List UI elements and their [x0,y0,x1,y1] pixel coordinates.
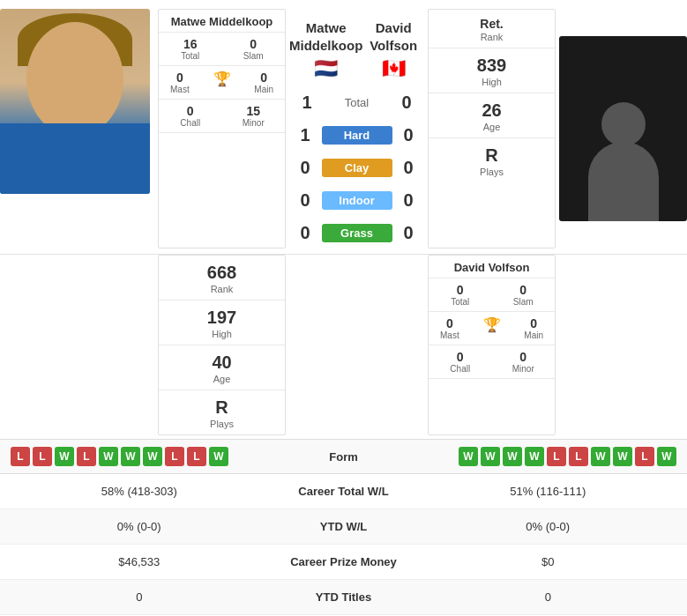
right-age-value: 26 [429,100,555,121]
left-mast-stat: 0 Mast [159,71,201,94]
right-mast-stat: 0 Mast [429,316,471,340]
right-plays-label: Plays [429,167,555,177]
left-form-badge: L [187,447,206,466]
right-high-value: 839 [429,56,555,76]
stats-center-label: YTD Titles [265,590,423,604]
left-form-badge: W [121,447,140,466]
right-age-label: Age [429,122,555,132]
players-section: Matwe Middelkoop 16 Total 0 Slam 0 Mast … [0,0,687,257]
right-form-badge: L [635,447,654,466]
left-minor-value: 15 [222,104,286,118]
right-high-label: High [429,77,555,87]
left-form-badge: L [33,447,52,466]
right-flag: 🇨🇦 [362,57,424,80]
left-total-slam-row: 16 Total 0 Slam [159,33,285,66]
right-form-badges: WWWWLLWWLW [379,447,677,466]
left-form-badge: W [99,447,118,466]
surface-rows: 1Hard00Clay00Indoor00Grass0 [289,120,424,249]
right-mast-value: 0 [429,316,471,330]
total-label: Total [345,96,369,109]
surface-left-score: 0 [296,223,314,243]
stats-right-val: 51% (116-111) [423,485,674,498]
surface-row-indoor: 0Indoor0 [289,187,424,214]
left-flag: 🇳🇱 [289,57,362,80]
right-total-stat: 0 Total [429,283,492,307]
left-trophy-icon: 🏆 [201,71,243,94]
right-slam-stat: 0 Slam [492,283,556,307]
surface-right-score: 0 [400,125,417,145]
right-slam-value: 0 [492,283,556,297]
surface-right-score: 0 [400,223,417,243]
surface-left-score: 0 [296,190,314,211]
left-plays-label: Plays [159,419,285,429]
stats-left-val: $46,533 [14,555,265,568]
right-form-badge: L [547,447,566,466]
right-player-photo [559,9,687,249]
surface-badge: Clay [322,159,392,177]
surface-row-grass: 0Grass0 [289,219,424,247]
left-minor-label: Minor [222,118,286,128]
right-form-badge: W [481,447,500,466]
stats-left-val: 0 [14,590,265,604]
left-main-stat: 0 Main [243,71,285,94]
left-rank-label: Rank [159,284,285,294]
right-minor-label: Minor [492,364,556,374]
right-total-score: 0 [398,93,415,113]
left-form-badges: LLWLWWWLLW [11,447,309,466]
left-high-label: High [159,329,285,339]
stats-center-label: Career Total W/L [265,485,423,498]
right-main-label: Main [512,330,555,340]
right-rank-block: Ret. Rank [429,10,555,48]
center-column: Matwe Middelkoop 🇳🇱 David Volfson 🇨🇦 1 T… [289,9,424,249]
right-form-badge: L [569,447,588,466]
surface-row-hard: 1Hard0 [289,122,424,149]
surface-badge: Indoor [322,191,392,210]
right-rank-label: Rank [429,32,555,42]
left-form-badge: W [209,447,228,466]
right-main-value: 0 [512,316,555,330]
right-rank-value: Ret. [429,17,555,31]
right-photo-spacer [559,255,687,435]
form-section: LLWLWWWLLW Form WWWWLLWWLW [0,439,687,474]
right-form-badge: W [591,447,610,466]
right-plays-block: R Plays [429,138,555,182]
left-player-name: Matwe Middelkoop [159,10,285,33]
left-age-label: Age [159,374,285,384]
surface-row-clay: 0Clay0 [289,154,424,182]
left-chall-value: 0 [159,104,222,118]
left-form-badge: L [11,447,30,466]
surface-left-score: 1 [296,125,314,145]
left-age-block: 40 Age [159,345,285,390]
center-spacer [289,255,424,435]
center-left-name: Matwe Middelkoop [289,12,362,54]
right-minor-value: 0 [492,350,556,364]
left-form-badge: W [55,447,74,466]
left-slam-stat: 0 Slam [222,37,286,61]
left-mast-label: Mast [159,85,201,94]
surface-right-score: 0 [400,158,417,178]
center-right-name: David Volfson [362,12,424,54]
right-chall-value: 0 [429,350,492,364]
left-high-block: 197 High [159,301,285,345]
right-player-name: David Volfson [429,256,555,278]
left-total-stat: 16 Total [159,37,222,61]
form-label: Form [309,450,379,464]
right-form-badge: W [459,447,478,466]
left-chall-minor-row: 0 Chall 15 Minor [159,100,285,133]
stats-right-val: $0 [423,555,674,568]
bottom-stats-section: 58% (418-303)Career Total W/L51% (116-11… [0,474,687,615]
left-total-score: 1 [298,93,316,113]
surface-badge: Hard [322,126,392,145]
main-container: Matwe Middelkoop 16 Total 0 Slam 0 Mast … [0,0,687,615]
stats-center-label: Career Prize Money [265,555,423,568]
left-mast-value: 0 [159,71,201,85]
left-rank-value: 668 [159,263,285,283]
surface-right-score: 0 [400,190,417,211]
stats-left-val: 0% (0-0) [14,520,265,533]
left-chall-label: Chall [159,118,222,128]
right-form-badge: W [657,447,676,466]
left-main-value: 0 [243,71,285,85]
left-player-photo [0,9,154,198]
right-plays-value: R [429,145,555,166]
left-plays-block: R Plays [159,390,285,434]
